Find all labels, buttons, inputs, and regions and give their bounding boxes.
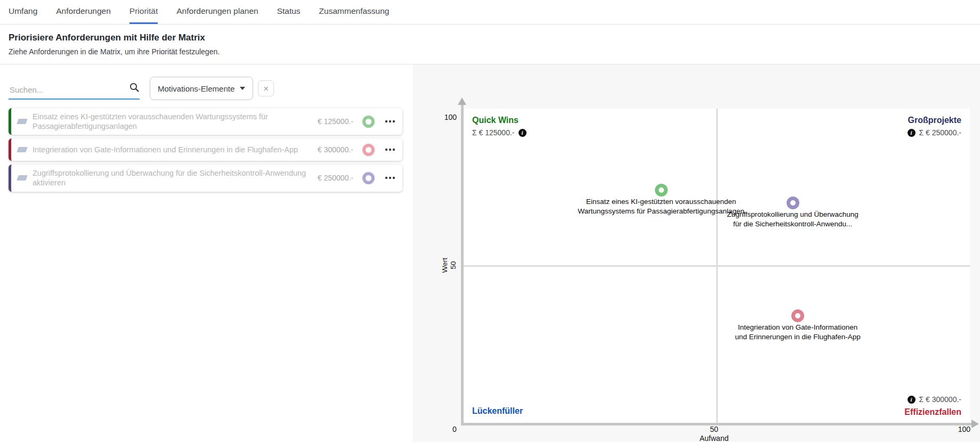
x-axis-arrow-icon: [971, 420, 979, 428]
search-field[interactable]: [9, 77, 140, 100]
requirement-title: Einsatz eines KI-gestützten vorausschaue…: [33, 112, 312, 131]
quadrant-quick-wins-sum: Σ € 125000.-: [472, 128, 515, 137]
requirement-price: € 125000.-: [318, 117, 353, 126]
chevron-down-icon: [240, 87, 245, 90]
motivation-element-icon: [17, 147, 28, 152]
tab-status[interactable]: Status: [277, 0, 301, 24]
quadrant-grossprojekte-sum: Σ € 250000.-: [919, 128, 962, 137]
x-tick-0: 0: [449, 425, 460, 433]
close-icon: ×: [263, 84, 269, 93]
ellipsis-icon: [385, 177, 387, 179]
list-controls: Motivations-Elemente ×: [9, 77, 404, 100]
requirements-list: Einsatz eines KI-gestützten vorausschaue…: [9, 108, 402, 192]
requirement-title: Integrieration von Gate-Informationen un…: [33, 145, 312, 154]
row-menu-button[interactable]: [384, 146, 396, 153]
priority-status-ring: [362, 144, 375, 156]
quadrant-lueckenfueller-label: Lückenfüller: [472, 406, 523, 416]
quadrant-effizienzfallen-sum: Σ € 300000.-: [919, 395, 962, 404]
quadrant-quick-wins-label: Quick Wins: [472, 116, 527, 125]
page-title: Priorisiere Anforderungen mit Hilfe der …: [9, 32, 971, 43]
x-tick-100: 100: [946, 425, 970, 433]
requirement-row[interactable]: Einsatz eines KI-gestützten vorausschaue…: [9, 108, 402, 135]
quadrant-effizienzfallen: i Σ € 300000.- Effizienzfallen: [904, 395, 961, 417]
requirement-row[interactable]: Zugriffsprotokollierung und Überwachung …: [9, 165, 402, 191]
tab-anforderungen[interactable]: Anforderungen: [56, 0, 111, 24]
center-gridline-horizontal: [464, 265, 970, 267]
page-header: Priorisiere Anforderungen mit Hilfe der …: [0, 24, 980, 56]
matrix-point-label: Integrieration von Gate-Informationen un…: [702, 323, 894, 341]
row-menu-button[interactable]: [384, 175, 396, 181]
quadrant-effizienzfallen-label: Effizienzfallen: [904, 407, 961, 417]
y-tick-50: 50: [449, 247, 458, 284]
quadrant-grossprojekte: Großprojekte i Σ € 250000.-: [908, 116, 962, 137]
x-tick-50: 50: [682, 425, 746, 434]
requirement-price: € 250000.-: [318, 174, 353, 182]
page-subtitle: Ziehe Anforderungen in die Matrix, um ih…: [9, 47, 971, 56]
tab-priorität[interactable]: Priorität: [129, 0, 158, 24]
x-axis-title: Aufwand: [682, 434, 746, 442]
info-icon[interactable]: i: [519, 129, 527, 137]
element-type-filter[interactable]: Motivations-Elemente: [150, 77, 253, 100]
priority-status-ring: [362, 172, 375, 184]
requirement-row[interactable]: Integrieration von Gate-Informationen un…: [9, 138, 402, 161]
tab-bar: UmfangAnforderungenPrioritätAnforderunge…: [0, 0, 980, 24]
y-axis-label: Wert 50: [441, 247, 459, 284]
ellipsis-icon: [385, 149, 387, 151]
matrix-point-label: Zugriffsprotokollierung und Überwachung …: [697, 210, 889, 228]
search-input[interactable]: [9, 85, 126, 95]
priority-status-ring: [362, 116, 375, 128]
quadrant-grossprojekte-label: Großprojekte: [908, 116, 962, 125]
x-axis-center-labels: 50 Aufwand: [682, 425, 746, 442]
row-menu-button[interactable]: [384, 118, 396, 125]
requirement-title: Zugriffsprotokollierung und Überwachung …: [33, 168, 312, 187]
element-type-filter-value: Motivations-Elemente: [158, 84, 234, 93]
tab-zusammenfassung[interactable]: Zusammenfassung: [319, 0, 390, 24]
y-axis-title: Wert: [441, 247, 449, 284]
ellipsis-icon: [385, 120, 387, 122]
motivation-element-icon: [17, 119, 28, 124]
point-marker-icon[interactable]: [787, 197, 799, 209]
plot-area[interactable]: Quick Wins Σ € 125000.- i Großprojekte i…: [464, 109, 970, 423]
quadrant-quick-wins: Quick Wins Σ € 125000.- i: [472, 116, 527, 137]
filter-clear-button[interactable]: ×: [258, 80, 274, 96]
point-marker-icon[interactable]: [655, 184, 668, 197]
info-icon[interactable]: i: [908, 129, 916, 137]
quadrant-lueckenfueller: Lückenfüller: [472, 406, 523, 416]
info-icon[interactable]: i: [908, 396, 916, 404]
requirement-price: € 300000.-: [318, 145, 353, 154]
tab-anforderungen-planen[interactable]: Anforderungen planen: [176, 0, 258, 24]
motivation-element-icon: [17, 175, 28, 181]
y-axis-arrow-icon: [458, 97, 466, 105]
tab-umfang[interactable]: Umfang: [9, 0, 37, 24]
requirements-panel: Motivations-Elemente × Einsatz eines KI-…: [0, 64, 413, 442]
y-tick-100: 100: [429, 113, 457, 121]
search-icon[interactable]: [129, 82, 140, 95]
matrix-chart: 100 Wert 50 0 50 Aufwand 100 Quick Wins …: [413, 64, 980, 442]
point-marker-icon[interactable]: [791, 309, 804, 322]
